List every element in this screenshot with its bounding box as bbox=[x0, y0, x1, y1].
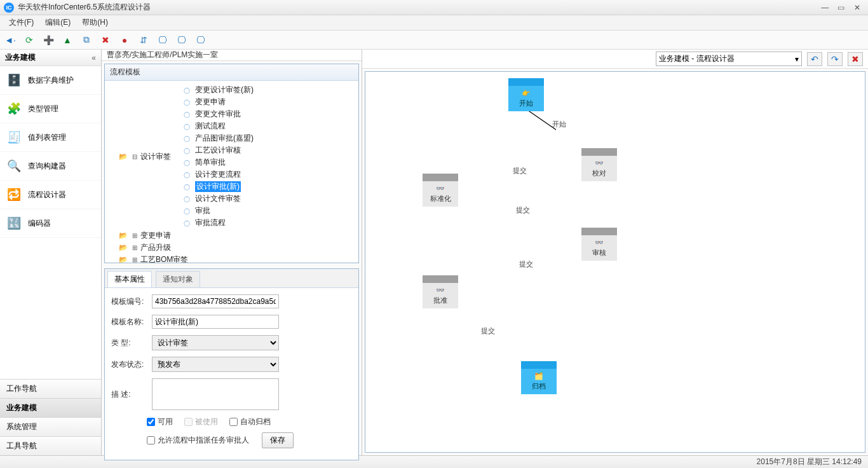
tree-root[interactable]: ⊟设计审签 变更设计审签(新)变更申请变更文件审批测试流程产品图审批(嘉盟)工艺… bbox=[119, 83, 355, 230]
menu-bar: 文件(F) 编辑(E) 帮助(H) bbox=[0, 15, 868, 31]
monitor3-icon[interactable]: 🖵 bbox=[194, 34, 207, 46]
tree-folder[interactable]: ⊞工艺BOM审签 bbox=[119, 254, 355, 263]
left-nav: 业务建模 « 🗄️数据字典维护 🧩类型管理 🧾值列表管理 🔍查询构建器 🔁流程设… bbox=[0, 50, 102, 455]
nav-item-query-builder[interactable]: 🔍查询构建器 bbox=[0, 152, 101, 181]
tree-leaf[interactable]: 审批 bbox=[184, 205, 254, 217]
select-status[interactable]: 预发布 bbox=[152, 357, 279, 372]
input-template-name[interactable] bbox=[152, 315, 279, 329]
monitor1-icon[interactable]: 🖵 bbox=[156, 34, 169, 46]
sort-icon[interactable]: ⇵ bbox=[137, 34, 150, 46]
tree-leaf[interactable]: 设计审批(新) bbox=[184, 181, 254, 193]
undo-button[interactable]: ↶ bbox=[807, 52, 822, 66]
nav-label: 数据字典维护 bbox=[28, 75, 74, 86]
flow-canvas[interactable]: 👉开始 👓校对 👓标准化 👓审核 👓批准 🗂️归档 开始 bbox=[365, 72, 865, 452]
collapse-icon[interactable]: « bbox=[92, 53, 96, 62]
stack-biz-model[interactable]: 业务建模 bbox=[0, 398, 101, 417]
label-template-id: 模板编号: bbox=[111, 296, 149, 307]
minimize-button[interactable]: — bbox=[818, 3, 832, 12]
flow-node-jiaodui[interactable]: 👓校对 bbox=[581, 148, 617, 181]
delete-icon[interactable]: ✖ bbox=[99, 34, 112, 46]
save-button[interactable]: 保存 bbox=[262, 432, 294, 448]
add-icon[interactable]: ➕ bbox=[42, 34, 55, 46]
tree-panel: 流程模板 ⊟设计审签 变更设计审签(新)变更申请变更文件审批测试流程产品图审批(… bbox=[104, 64, 359, 263]
view-combo[interactable]: 业务建模 - 流程设计器 ▾ bbox=[656, 52, 802, 66]
record-icon[interactable]: ● bbox=[118, 34, 131, 46]
triangle-up-icon[interactable]: ▲ bbox=[61, 34, 74, 46]
copy-icon[interactable]: ⧉ bbox=[80, 34, 93, 46]
tree-leaf[interactable]: 简单审批 bbox=[184, 156, 254, 169]
stack-sys-mgmt[interactable]: 系统管理 bbox=[0, 417, 101, 436]
tree-leaf[interactable]: 变更申请 bbox=[184, 96, 254, 108]
chk-auto[interactable]: 自动归档 bbox=[229, 416, 271, 427]
glasses-icon: 👓 bbox=[581, 238, 617, 247]
flow-node-pizhun[interactable]: 👓批准 bbox=[423, 275, 458, 308]
chk-enable[interactable]: 可用 bbox=[147, 416, 173, 427]
nav-item-type-mgmt[interactable]: 🧩类型管理 bbox=[0, 95, 101, 123]
svg-line-0 bbox=[527, 110, 556, 149]
nav-label: 编码器 bbox=[28, 218, 51, 229]
tree-leaf[interactable]: 设计文件审签 bbox=[184, 193, 254, 205]
nav-item-data-dict[interactable]: 🗄️数据字典维护 bbox=[0, 66, 101, 95]
flow-node-guidang[interactable]: 🗂️归档 bbox=[521, 361, 557, 394]
tab-notify[interactable]: 通知对象 bbox=[156, 271, 200, 287]
input-template-id[interactable] bbox=[152, 294, 279, 308]
maximize-button[interactable]: ▭ bbox=[834, 3, 848, 12]
select-type[interactable]: 设计审签 bbox=[152, 335, 279, 350]
tree-folder[interactable]: ⊞产品升级 bbox=[119, 242, 355, 254]
flow-node-start[interactable]: 👉开始 bbox=[508, 78, 544, 111]
delete-button[interactable]: ✖ bbox=[848, 52, 863, 66]
nav-label: 值列表管理 bbox=[28, 132, 66, 143]
left-nav-title: 业务建模 bbox=[5, 52, 36, 63]
nav-item-flow-designer[interactable]: 🔁流程设计器 bbox=[0, 181, 101, 209]
main-area: 业务建模 « 🗄️数据字典维护 🧩类型管理 🧾值列表管理 🔍查询构建器 🔁流程设… bbox=[0, 50, 868, 455]
label-status: 发布状态: bbox=[111, 359, 149, 370]
tree-leaf[interactable]: 变更设计审签(新) bbox=[184, 84, 254, 96]
menu-file[interactable]: 文件(F) bbox=[4, 16, 39, 29]
tree-leaf[interactable]: 变更文件审批 bbox=[184, 108, 254, 120]
nav-label: 流程设计器 bbox=[28, 189, 66, 200]
right-toolbar: 业务建模 - 流程设计器 ▾ ↶ ↷ ✖ bbox=[362, 50, 868, 69]
left-nav-items: 🗄️数据字典维护 🧩类型管理 🧾值列表管理 🔍查询构建器 🔁流程设计器 🔣编码器 bbox=[0, 66, 101, 379]
template-tree[interactable]: ⊟设计审签 变更设计审签(新)变更申请变更文件审批测试流程产品图审批(嘉盟)工艺… bbox=[105, 81, 358, 263]
tree-leaf[interactable]: 审批流程 bbox=[184, 217, 254, 229]
edge-label: 提交 bbox=[480, 326, 496, 336]
nav-item-encoder[interactable]: 🔣编码器 bbox=[0, 209, 101, 238]
toolbar: ◄· ⟳ ➕ ▲ ⧉ ✖ ● ⇵ 🖵 🖵 🖵 bbox=[0, 31, 868, 50]
left-nav-header: 业务建模 « bbox=[0, 50, 101, 66]
edge-label: 提交 bbox=[515, 205, 531, 215]
redo-button[interactable]: ↷ bbox=[827, 52, 843, 66]
tree-folder[interactable]: ⊞变更申请 bbox=[119, 230, 355, 242]
close-button[interactable]: ✕ bbox=[850, 3, 864, 12]
menu-edit[interactable]: 编辑(E) bbox=[40, 16, 76, 29]
nav-label: 类型管理 bbox=[28, 104, 58, 114]
tree-panel-title: 流程模板 bbox=[105, 64, 358, 81]
textarea-desc[interactable] bbox=[152, 378, 279, 410]
back-icon[interactable]: ◄· bbox=[4, 34, 17, 46]
menu-help[interactable]: 帮助(H) bbox=[77, 16, 113, 29]
title-bar: IC 华天软件InforCenter6.5系统流程设计器 — ▭ ✕ bbox=[0, 0, 868, 15]
refresh-icon[interactable]: ⟳ bbox=[23, 34, 36, 46]
label-desc: 描 述: bbox=[111, 389, 149, 400]
puzzle-icon: 🧩 bbox=[5, 101, 23, 116]
tree-leaf[interactable]: 产品图审批(嘉盟) bbox=[184, 132, 254, 144]
database-icon: 🗄️ bbox=[5, 72, 23, 88]
property-tabs: 基本属性 通知对象 bbox=[105, 269, 358, 288]
window-title: 华天软件InforCenter6.5系统流程设计器 bbox=[18, 2, 818, 13]
label-template-name: 模板名称: bbox=[111, 317, 149, 327]
stack-tool-nav[interactable]: 工具导航 bbox=[0, 436, 101, 455]
flow-node-shenhe[interactable]: 👓审核 bbox=[581, 228, 617, 261]
tree-leaf[interactable]: 工艺设计审核 bbox=[184, 144, 254, 156]
nav-item-value-list[interactable]: 🧾值列表管理 bbox=[0, 123, 101, 152]
chk-used: 被使用 bbox=[184, 416, 218, 427]
chk-allow-assign[interactable]: 允许流程中指派任务审批人 bbox=[147, 435, 249, 446]
edge-label: 提交 bbox=[512, 166, 528, 176]
tree-leaf[interactable]: 测试流程 bbox=[184, 120, 254, 132]
start-icon: 👉 bbox=[508, 88, 544, 97]
stack-work-nav[interactable]: 工作导航 bbox=[0, 379, 101, 398]
breadcrumb-row: 曹彦亮/实施工程师/PLM实施一室 bbox=[102, 50, 362, 61]
flow-node-biaozhunhua[interactable]: 👓标准化 bbox=[423, 174, 458, 207]
combo-text: 业务建模 - 流程设计器 bbox=[659, 53, 735, 64]
monitor2-icon[interactable]: 🖵 bbox=[175, 34, 188, 46]
tree-leaf[interactable]: 设计变更流程 bbox=[184, 169, 254, 181]
tab-basic[interactable]: 基本属性 bbox=[107, 271, 152, 287]
